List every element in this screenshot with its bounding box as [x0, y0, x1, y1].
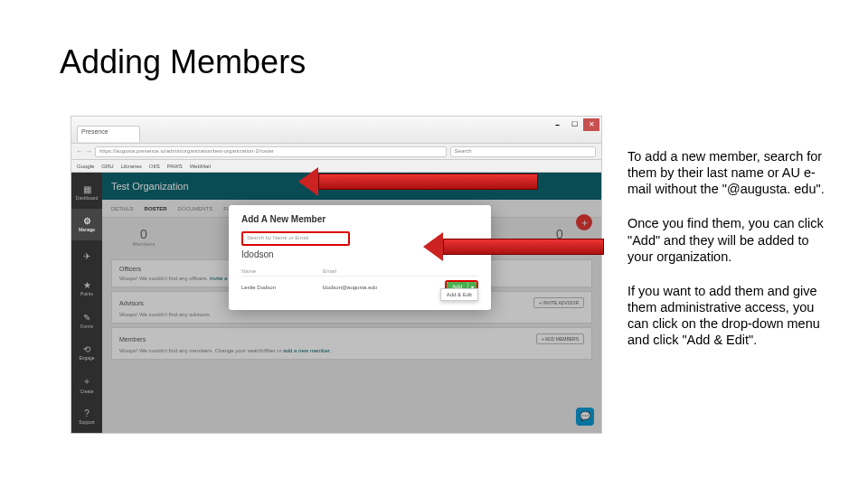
dashboard-icon: ▦	[83, 184, 91, 194]
sidebar-item-engage[interactable]: ⟲Engage	[71, 337, 102, 370]
add-member-link[interactable]: add a new member.	[283, 348, 331, 353]
sidebar-label: Points	[80, 291, 93, 296]
bookmark-item[interactable]: WebMail	[190, 164, 211, 169]
sidebar-item-support[interactable]: ?Support	[71, 401, 102, 434]
plane-icon: ✈	[83, 251, 90, 261]
sidebar-label: Support	[79, 419, 95, 425]
tab-documents[interactable]: DOCUMENTS	[178, 206, 213, 211]
tab-roster[interactable]: ROSTER	[145, 206, 167, 211]
help-icon: ?	[84, 408, 90, 418]
bookmark-item[interactable]: PAWS	[167, 164, 183, 169]
sidebar-item-dashboard[interactable]: ▦Dashboard	[71, 176, 102, 209]
browser-titlebar: Presence ‒ ☐ ✕	[71, 117, 601, 144]
slide-title: Adding Members	[60, 43, 306, 81]
modal-title: Add A New Member	[241, 214, 478, 224]
members-section: Members+ ADD MEMBERS Woops! We couldn't …	[111, 327, 592, 360]
sidebar-item-manage[interactable]: ⚙Manage	[71, 209, 102, 241]
add-member-modal: Add A New Member Search by Name or Email…	[229, 205, 491, 310]
callout-arrow-search	[298, 174, 538, 190]
result-name: Leslie Dodson	[241, 285, 323, 290]
url-field[interactable]: https://augusta.presence.io/admin/organi…	[95, 146, 447, 157]
fab-add[interactable]: ＋	[576, 214, 592, 230]
plus-icon: ＋	[82, 375, 91, 388]
empty-text: Woops! We couldn't find any officers.	[119, 276, 208, 281]
bookmark-item[interactable]: Libraries	[121, 164, 142, 169]
tab-details[interactable]: DETAILS	[111, 206, 134, 211]
sidebar-item-create[interactable]: ＋Create	[71, 369, 102, 401]
bookmark-item[interactable]: OIIS	[149, 164, 160, 169]
member-search-input[interactable]: Search by Name or Email	[241, 231, 350, 246]
sidebar-label: Create	[80, 389, 93, 394]
maximize-button[interactable]: ☐	[566, 118, 582, 131]
col-name: Name	[241, 268, 323, 274]
search-field[interactable]: Search	[450, 146, 596, 157]
callout-arrow-add	[423, 239, 604, 255]
add-members-button[interactable]: + ADD MEMBERS	[536, 333, 584, 344]
sidebar-label: Dashboard	[76, 195, 98, 201]
empty-text: Woops! We couldn't find any members. Cha…	[119, 348, 282, 353]
section-title: Advisors	[119, 300, 144, 306]
gear-icon: ⚙	[83, 216, 91, 226]
forward-icon[interactable]: →	[84, 147, 93, 155]
browser-tab[interactable]: Presence	[77, 126, 140, 142]
bookmark-item[interactable]: GRU	[101, 164, 113, 169]
col-email: Email	[323, 268, 422, 274]
close-button[interactable]: ✕	[583, 118, 599, 131]
result-email: ldodson@augusta.edu	[323, 285, 422, 290]
sidebar-item-nav[interactable]: ✈	[71, 240, 102, 273]
stat-value: 0	[117, 227, 171, 241]
refresh-icon: ⟲	[83, 344, 90, 354]
minimize-button[interactable]: ‒	[549, 118, 565, 131]
explain-p3: If you want to add them and give them ad…	[627, 283, 835, 349]
pencil-icon: ✎	[83, 313, 90, 323]
sidebar-item-forms[interactable]: ✎Forms	[71, 305, 102, 337]
sidebar-label: Forms	[80, 324, 93, 329]
star-icon: ★	[83, 280, 91, 290]
section-title: Members	[119, 336, 146, 343]
app-screenshot: Presence ‒ ☐ ✕ ← → https://augusta.prese…	[71, 116, 602, 434]
sidebar-label: Engage	[79, 355, 94, 361]
section-title: Officers	[119, 266, 141, 272]
stat-label: Members	[117, 241, 171, 247]
explain-p1: To add a new member, search for them by …	[627, 148, 835, 197]
add-edit-option[interactable]: Add & Edit	[440, 288, 478, 301]
sidebar-label: Manage	[79, 227, 95, 232]
url-bar: ← → https://augusta.presence.io/admin/or…	[71, 144, 601, 160]
invite-advisor-button[interactable]: + INVITE ADVISOR	[533, 297, 584, 308]
bookmarks-bar: Google GRU Libraries OIIS PAWS WebMail	[71, 160, 601, 173]
chat-icon[interactable]: 💬	[576, 408, 594, 426]
empty-text: Woops! We couldn't find any advisors.	[119, 312, 211, 317]
bookmark-item[interactable]: Google	[77, 164, 94, 169]
explain-p2: Once you find them, you can click "Add" …	[627, 215, 835, 264]
back-icon[interactable]: ←	[75, 147, 84, 155]
main-content: Test Organization DETAILS ROSTER DOCUMEN…	[102, 173, 601, 433]
sidebar-item-points[interactable]: ★Points	[71, 273, 102, 305]
sidebar: ▦Dashboard ⚙Manage ✈ ★Points ✎Forms ⟲Eng…	[71, 173, 102, 433]
result-header: Name Email	[241, 267, 478, 277]
explanation-text: To add a new member, search for them by …	[627, 148, 835, 366]
